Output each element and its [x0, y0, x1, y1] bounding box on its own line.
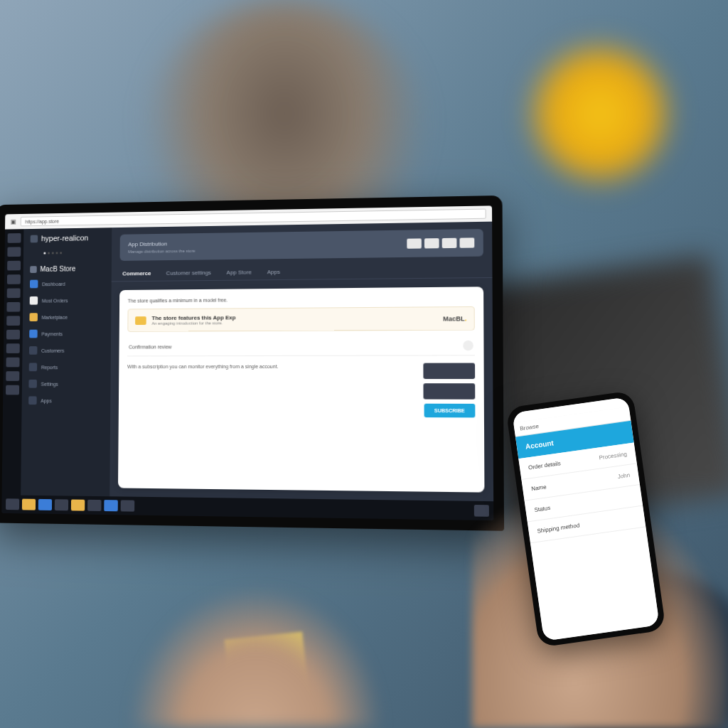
- phone-row-value: John: [617, 472, 630, 480]
- brand-icon: [31, 235, 38, 242]
- taskbar-item[interactable]: [121, 500, 135, 511]
- list-row[interactable]: Confirmation review: [127, 336, 475, 357]
- subscribe-button[interactable]: SUBSCRIBE: [424, 404, 475, 418]
- content-card: The store qualifies a minimum in a model…: [118, 287, 484, 492]
- phone-list: Order details Processing Name John Statu…: [518, 443, 659, 641]
- banner-action-button[interactable]: [424, 238, 439, 248]
- rail-item[interactable]: [6, 330, 20, 340]
- tab-app-store[interactable]: App Store: [225, 265, 253, 280]
- rail-item[interactable]: [6, 343, 20, 353]
- rail-item[interactable]: [7, 288, 21, 298]
- phone-row-label: Name: [531, 483, 547, 492]
- main-content: App Distribution Manage distribution acr…: [109, 222, 493, 502]
- bell-icon: [29, 363, 38, 371]
- sidebar-section: MacB Store: [30, 264, 105, 273]
- sidebar-item-label: Customers: [41, 348, 64, 353]
- laptop: ▣ https://app.store: [0, 196, 504, 561]
- banner-action-button[interactable]: [407, 238, 422, 248]
- user-icon: [29, 346, 38, 355]
- phone-row-label: Shipping method: [537, 522, 580, 534]
- preview-slot: [423, 363, 475, 380]
- hero-banner: App Distribution Manage distribution acr…: [120, 229, 483, 261]
- phone-row-value: Processing: [599, 451, 627, 461]
- tabs: Commerce Customer settings App Store App…: [112, 262, 493, 282]
- row-label: Confirmation review: [129, 344, 171, 349]
- tab-customer-settings[interactable]: Customer settings: [165, 265, 213, 280]
- sidebar-item[interactable]: Customers: [29, 345, 104, 356]
- activity-rail: [2, 229, 24, 495]
- rail-item[interactable]: [6, 371, 19, 381]
- tab-commerce[interactable]: Commerce: [121, 266, 152, 281]
- sidebar-item-label: Dashboard: [42, 282, 65, 287]
- promo-title: The store features this App Exp: [151, 314, 235, 321]
- sidebar-item[interactable]: Apps: [28, 395, 104, 406]
- promo-banner[interactable]: The store features this App Exp An engag…: [127, 306, 474, 332]
- rail-item[interactable]: [6, 358, 20, 368]
- grid-icon: [30, 280, 38, 289]
- info-icon: [463, 341, 473, 350]
- sidebar-item[interactable]: Most Orders: [30, 294, 105, 306]
- card-heading: The store qualifies a minimum in a model…: [128, 296, 475, 304]
- lock-icon: ▣: [11, 218, 17, 225]
- rail-item[interactable]: [7, 247, 21, 257]
- doc-icon: [30, 296, 38, 305]
- chat-icon: [29, 313, 38, 321]
- taskbar-item[interactable]: [55, 499, 68, 510]
- sidebar-item[interactable]: Reports: [29, 361, 104, 373]
- banner-title: App Distribution: [128, 240, 195, 247]
- phone-row-label: Status: [534, 505, 551, 513]
- banner-action-button[interactable]: [442, 238, 457, 248]
- promo-brand: MacBL.: [443, 315, 466, 322]
- cloud-icon: [29, 330, 38, 338]
- sidebar-item-label: Marketplace: [42, 314, 68, 319]
- sidebar-item[interactable]: Settings: [28, 378, 104, 390]
- rail-item[interactable]: [6, 302, 20, 312]
- sidebar-item-label: Payments: [41, 331, 63, 336]
- sidebar-item[interactable]: Marketplace: [29, 311, 104, 323]
- store-icon: [30, 266, 37, 273]
- rail-item[interactable]: [6, 316, 20, 326]
- banner-action-button[interactable]: [459, 237, 474, 247]
- rail-item[interactable]: [7, 261, 21, 271]
- apps-icon: [28, 396, 37, 405]
- sidebar-item-label: Most Orders: [42, 298, 68, 303]
- preview-slot: [423, 383, 475, 400]
- sidebar-item-label: Settings: [41, 381, 58, 386]
- hand-left: [128, 586, 384, 728]
- sidebar-item[interactable]: Payments: [29, 328, 104, 339]
- taskbar-item[interactable]: [6, 498, 19, 510]
- pager-dots: [43, 252, 105, 255]
- check-icon: [28, 380, 37, 388]
- note-text: With a subscription you can monitor ever…: [127, 363, 377, 371]
- taskbar-item[interactable]: [38, 499, 52, 510]
- phone-row-label: Order details: [528, 460, 562, 471]
- sidebar-item-label: Reports: [41, 365, 58, 370]
- section-label: MacB Store: [40, 265, 75, 273]
- rail-item[interactable]: [8, 233, 21, 243]
- taskbar-item[interactable]: [87, 500, 102, 511]
- brand: hyper-realicon: [31, 233, 105, 242]
- sidebar: hyper-realicon MacB Store Dashboard Most…: [21, 228, 112, 496]
- taskbar-item[interactable]: [22, 499, 36, 510]
- sidebar-item-label: Apps: [41, 398, 51, 403]
- phone-tab[interactable]: Browse: [520, 423, 540, 432]
- brand-label: hyper-realicon: [41, 233, 89, 242]
- taskbar-item[interactable]: [104, 500, 118, 511]
- promo-subtitle: An engaging introduction for the store.: [151, 321, 235, 326]
- taskbar-item[interactable]: [71, 499, 85, 510]
- sidebar-item[interactable]: Dashboard: [30, 278, 105, 290]
- tab-apps[interactable]: Apps: [266, 264, 282, 279]
- card-icon: [135, 316, 146, 325]
- banner-subtitle: Manage distribution across the store: [128, 249, 195, 254]
- rail-item[interactable]: [6, 385, 19, 395]
- rail-item[interactable]: [7, 274, 21, 284]
- phone-hero-label: Account: [525, 439, 554, 450]
